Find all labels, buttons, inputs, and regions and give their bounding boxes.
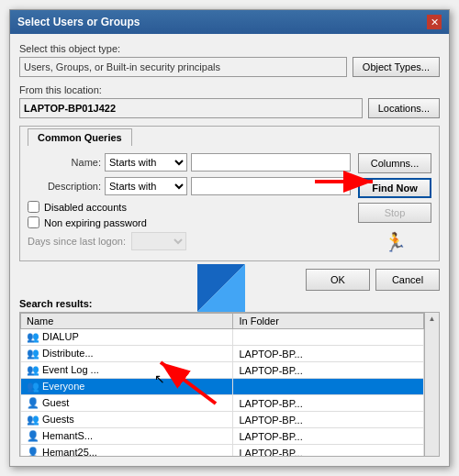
tab-common-queries[interactable]: Common Queries bbox=[28, 128, 132, 146]
description-label: Description: bbox=[28, 181, 101, 192]
cell-folder: LAPTOP-BP... bbox=[233, 445, 424, 457]
name-label: Name: bbox=[28, 157, 101, 168]
close-button[interactable]: ✕ bbox=[427, 15, 442, 29]
ok-button[interactable]: OK bbox=[306, 269, 370, 291]
object-types-button[interactable]: Object Types... bbox=[353, 57, 440, 77]
cell-name: 👥DIALUP bbox=[21, 329, 233, 346]
cell-folder bbox=[233, 329, 424, 346]
cell-folder: LAPTOP-BP... bbox=[233, 412, 424, 428]
table-row[interactable]: 👥GuestsLAPTOP-BP... bbox=[21, 412, 424, 428]
cell-folder bbox=[233, 379, 424, 395]
scrollbar[interactable]: ▲ bbox=[424, 313, 439, 456]
location-label: From this location: bbox=[19, 84, 440, 95]
col-name: Name bbox=[21, 314, 233, 329]
name-input[interactable] bbox=[191, 153, 351, 172]
cell-folder: LAPTOP-BP... bbox=[233, 346, 424, 362]
table-row[interactable]: 👥Distribute...LAPTOP-BP... bbox=[21, 346, 424, 362]
disabled-accounts-checkbox[interactable] bbox=[28, 201, 39, 213]
table-row[interactable]: 👤Hemant25...LAPTOP-BP... bbox=[21, 445, 424, 457]
cancel-button[interactable]: Cancel bbox=[375, 269, 440, 291]
table-row[interactable]: 👥Everyone bbox=[21, 379, 424, 395]
search-results-label: Search results: bbox=[19, 298, 440, 309]
cell-name: 👥Guests bbox=[21, 412, 233, 428]
disabled-accounts-label: Disabled accounts bbox=[44, 202, 127, 213]
object-type-label: Select this object type: bbox=[19, 43, 440, 54]
run-icon: 🏃 bbox=[384, 231, 407, 253]
name-filter-select[interactable]: Starts with bbox=[105, 153, 187, 172]
cell-name: 👥Everyone bbox=[21, 379, 233, 395]
columns-button[interactable]: Columns... bbox=[358, 153, 431, 173]
cell-folder: LAPTOP-BP... bbox=[233, 395, 424, 412]
cell-name: 👥Event Log ... bbox=[21, 362, 233, 379]
results-table: Name In Folder 👥DIALUP👥Distribute...LAPT… bbox=[20, 313, 424, 456]
locations-button[interactable]: Locations... bbox=[368, 98, 440, 118]
dialog-title: Select Users or Groups bbox=[17, 16, 140, 28]
table-row[interactable]: 👤GuestLAPTOP-BP... bbox=[21, 395, 424, 412]
cell-folder: LAPTOP-BP... bbox=[233, 428, 424, 445]
location-input[interactable] bbox=[19, 98, 363, 118]
stop-button[interactable]: Stop bbox=[358, 203, 431, 223]
cell-name: 👤HemantS... bbox=[21, 428, 233, 445]
non-expiring-label: Non expiring password bbox=[44, 217, 147, 228]
cell-name: 👥Distribute... bbox=[21, 346, 233, 362]
table-row[interactable]: 👥DIALUP bbox=[21, 329, 424, 346]
table-row[interactable]: 👥Event Log ...LAPTOP-BP... bbox=[21, 362, 424, 379]
title-bar: Select Users or Groups ✕ bbox=[10, 10, 449, 34]
cell-name: 👤Guest bbox=[21, 395, 233, 412]
description-filter-select[interactable]: Starts with bbox=[105, 177, 187, 195]
find-now-button[interactable]: Find Now bbox=[358, 178, 431, 198]
non-expiring-checkbox[interactable] bbox=[28, 216, 39, 228]
object-type-input[interactable] bbox=[19, 57, 347, 77]
table-row[interactable]: 👤HemantS...LAPTOP-BP... bbox=[21, 428, 424, 445]
cell-folder: LAPTOP-BP... bbox=[233, 362, 424, 379]
description-input[interactable] bbox=[191, 177, 351, 195]
days-since-select bbox=[131, 232, 186, 250]
cell-name: 👤Hemant25... bbox=[21, 445, 233, 457]
col-folder: In Folder bbox=[233, 314, 424, 329]
days-since-label: Days since last logon: bbox=[28, 236, 126, 247]
